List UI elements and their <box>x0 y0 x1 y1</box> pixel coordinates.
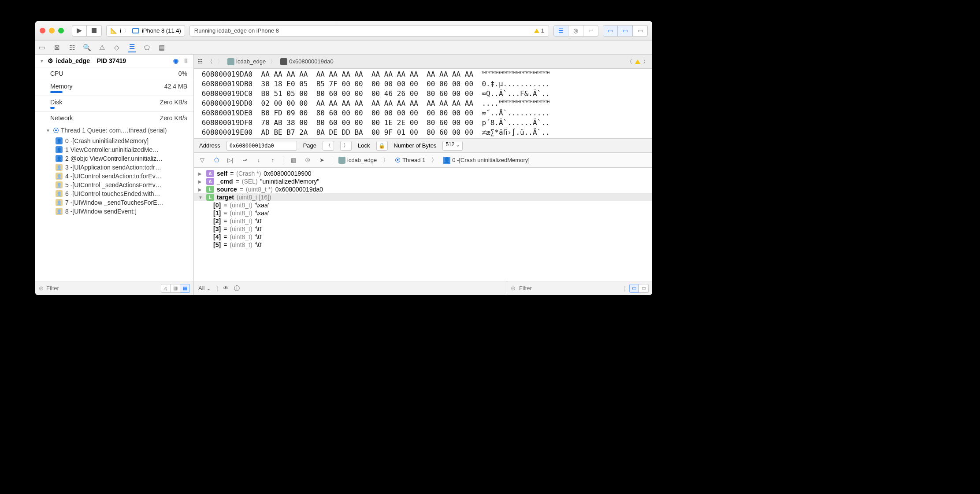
stack-frame[interactable]: 👤2 @objc ViewController.uninitializ… <box>35 154 193 163</box>
debug-view-icon[interactable]: ▥ <box>290 157 297 163</box>
arg-badge-icon: A <box>206 178 214 185</box>
jump-prev-issue-button[interactable]: 〈 <box>627 58 632 66</box>
symbol-navigator-icon[interactable]: ☷ <box>68 44 76 52</box>
activity-status[interactable]: Running icdab_edge on iPhone 8 1 <box>189 25 549 37</box>
scope-selector[interactable]: All ⌄ <box>198 285 211 291</box>
info-icon[interactable]: ⓘ <box>234 284 240 292</box>
debug-crumb-project[interactable]: icdab_edge <box>338 157 377 164</box>
stack-frame[interactable]: 👤3 -[UIApplication sendAction:to:fr… <box>35 163 193 172</box>
stop-button[interactable] <box>87 25 102 37</box>
variable-row[interactable]: ▼ L target (uint8_t [16]) <box>194 193 652 201</box>
page-next-button[interactable]: 〉 <box>340 141 352 151</box>
toggle-inspector-button[interactable]: ▭ <box>633 25 648 37</box>
variables-view[interactable]: ▶ A self= (Crash *) 0x608000019900 ▶ A _… <box>194 168 652 281</box>
disclosure-triangle-icon[interactable]: ▶ <box>198 187 204 192</box>
disk-gauge[interactable]: Disk Zero KB/s <box>35 96 193 111</box>
variable-row[interactable]: [3]=(uint8_t)'\0' <box>194 225 652 233</box>
process-icon: ⚙︎ <box>48 57 53 64</box>
debug-navigator-icon[interactable]: ☰ <box>128 43 136 52</box>
step-out-icon[interactable]: ↑ <box>269 157 277 163</box>
jump-item-project[interactable]: icdab_edge <box>236 58 266 65</box>
toggle-navigator-button[interactable]: ▭ <box>603 25 618 37</box>
report-navigator-icon[interactable]: ▤ <box>158 44 166 52</box>
warning-icon <box>534 29 539 33</box>
bytes-label: Number of Bytes <box>394 142 437 149</box>
variable-row[interactable]: ▶ A _cmd= (SEL) "uninitializedMemory" <box>194 177 652 185</box>
process-pause-icon[interactable]: ⏸ <box>183 57 189 64</box>
disclosure-triangle-icon[interactable]: ▼ <box>46 128 50 133</box>
breakpoint-navigator-icon[interactable]: ⬠ <box>143 44 151 52</box>
stack-frame[interactable]: 👤4 -[UIControl sendAction:to:forEv… <box>35 172 193 181</box>
app-icon: 📐 <box>110 27 117 34</box>
filter-opt-2[interactable]: ▥ <box>171 284 180 293</box>
hide-debug-area-icon[interactable]: ▽ <box>198 157 206 163</box>
stack-frame[interactable]: 👤0 -[Crash uninitializedMemory] <box>35 136 193 145</box>
variable-row[interactable]: [5]=(uint8_t)'\0' <box>194 241 652 249</box>
run-button[interactable] <box>72 25 87 37</box>
minimize-window-button[interactable] <box>49 28 55 33</box>
show-variables-button[interactable]: ▭ <box>629 284 639 293</box>
jump-item-address[interactable]: 0x608000019da0 <box>289 58 334 65</box>
project-navigator-icon[interactable]: ▭ <box>38 44 46 52</box>
disclosure-triangle-icon[interactable]: ▼ <box>40 59 44 63</box>
step-into-icon[interactable]: ↓ <box>255 157 263 163</box>
variable-row[interactable]: ▶ L source= (uint8_t *) 0x608000019da0 <box>194 185 652 193</box>
step-over-icon[interactable]: ⤻ <box>241 157 249 163</box>
svg-marker-0 <box>77 28 82 33</box>
toggle-debug-area-button[interactable]: ▭ <box>618 25 633 37</box>
navigator-filter-input[interactable] <box>46 285 158 291</box>
page-prev-button[interactable]: 〈 <box>323 141 334 151</box>
jump-next-issue-button[interactable]: 〉 <box>643 58 649 66</box>
bytes-select[interactable]: 512 <box>442 141 463 151</box>
process-row[interactable]: ▼ ⚙︎ icdab_edge PID 37419 ◉ ⏸ <box>35 55 193 67</box>
editor-assistant-button[interactable]: ◎ <box>568 25 583 37</box>
breakpoints-toggle-icon[interactable]: ⬠ <box>212 157 220 163</box>
editor-version-button[interactable]: ↩ <box>583 25 598 37</box>
show-console-button[interactable]: ▭ <box>639 284 649 293</box>
memory-hex-view[interactable]: 608000019DA0 AA AA AA AA AA AA AA AA AA … <box>194 69 652 139</box>
filter-opt-3[interactable]: ▦ <box>180 284 190 293</box>
location-icon[interactable]: ➤ <box>318 157 326 163</box>
process-options-icon[interactable]: ◉ <box>173 57 178 64</box>
jump-bar: ☷ 〈 〉 icdab_edge 〉 0x608000019da0 〈 〉 <box>194 55 652 69</box>
variable-row[interactable]: ▶ A self= (Crash *) 0x608000019900 <box>194 170 652 177</box>
stack-frame[interactable]: 👤5 -[UIControl _sendActionsForEv… <box>35 181 193 189</box>
network-gauge[interactable]: Network Zero KB/s <box>35 111 193 124</box>
thread-header[interactable]: ▼ ⦿ Thread 1 Queue: com.…thread (serial) <box>35 124 193 136</box>
variable-row[interactable]: [2]=(uint8_t)'\0' <box>194 217 652 225</box>
jump-forward-button[interactable]: 〉 <box>217 58 223 66</box>
stack-frame[interactable]: 👤1 ViewController.uninitializedMe… <box>35 145 193 154</box>
lock-toggle[interactable]: 🔒 <box>376 141 388 151</box>
memory-gauge[interactable]: Memory 42.4 MB <box>35 80 193 96</box>
warning-badge[interactable]: 1 <box>534 27 544 34</box>
issue-navigator-icon[interactable]: ⚠ <box>98 44 106 52</box>
cpu-gauge[interactable]: CPU 0% <box>35 67 193 80</box>
jump-back-button[interactable]: 〈 <box>207 58 213 66</box>
variable-row[interactable]: [1]=(uint8_t)'\xaa' <box>194 209 652 217</box>
editor-standard-button[interactable]: ☰ <box>553 25 568 37</box>
zoom-window-button[interactable] <box>58 28 64 33</box>
debug-crumb-thread[interactable]: ⦿Thread 1 <box>395 157 425 163</box>
address-input[interactable] <box>226 141 297 151</box>
disclosure-triangle-icon[interactable]: ▶ <box>198 171 204 176</box>
filter-opt-1[interactable]: ⎌ <box>161 284 171 293</box>
console-filter-input[interactable] <box>519 285 621 291</box>
stack-frame[interactable]: 👤6 -[UIControl touchesEnded:with… <box>35 189 193 198</box>
close-window-button[interactable] <box>40 28 45 33</box>
scheme-selector[interactable]: 📐 i 〉 iPhone 8 (11.4) <box>106 25 185 37</box>
source-control-navigator-icon[interactable]: ⊠ <box>53 44 61 52</box>
disclosure-triangle-icon[interactable]: ▼ <box>198 195 204 200</box>
variable-row[interactable]: [4]=(uint8_t)'\0' <box>194 233 652 241</box>
related-items-icon[interactable]: ☷ <box>197 58 203 65</box>
stack-frame[interactable]: 👤7 -[UIWindow _sendTouchesForE… <box>35 198 193 207</box>
disclosure-triangle-icon[interactable]: ▶ <box>198 179 204 184</box>
find-navigator-icon[interactable]: 🔍 <box>83 44 91 52</box>
debug-crumb-frame[interactable]: 👤0 -[Crash uninitializedMemory] <box>443 157 530 164</box>
editor-area: ☷ 〈 〉 icdab_edge 〉 0x608000019da0 〈 〉 60… <box>194 55 652 281</box>
variable-row[interactable]: [0]=(uint8_t)'\xaa' <box>194 201 652 209</box>
test-navigator-icon[interactable]: ◇ <box>113 44 121 52</box>
memory-graph-icon[interactable]: ⦾ <box>304 157 312 164</box>
continue-icon[interactable]: ▷| <box>226 157 234 163</box>
quicklook-icon[interactable]: 👁 <box>223 285 229 291</box>
stack-frame[interactable]: 👤8 -[UIWindow sendEvent:] <box>35 207 193 216</box>
